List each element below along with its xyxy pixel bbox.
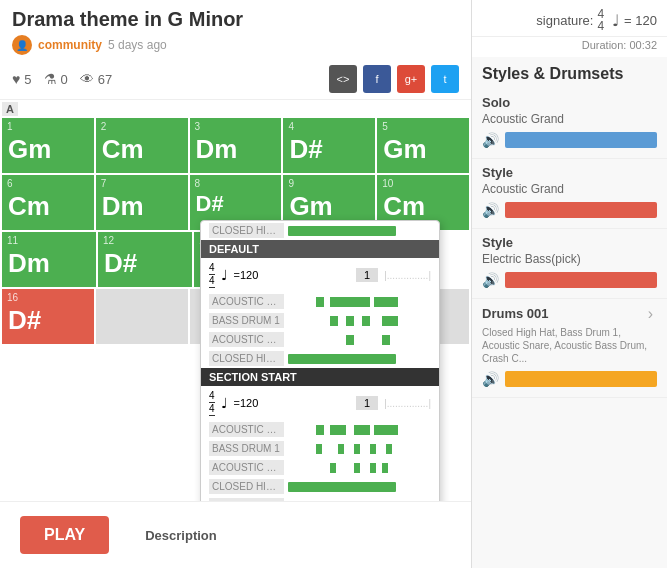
googleplus-button[interactable]: g+ [397, 65, 425, 93]
style1-section: Style Acoustic Grand 🔊 [472, 159, 667, 229]
style1-volume-row: 🔊 [482, 202, 657, 218]
svg-rect-34 [382, 463, 388, 473]
bpm-value: = 120 [624, 13, 657, 28]
header: Drama theme in G Minor 👤 community 5 day… [0, 0, 471, 59]
popup-top-track: CLOSED HIG... [201, 221, 439, 240]
svg-rect-25 [390, 425, 398, 435]
section-tempo-row: 4 4 ♩ =120 1 |...............| [201, 386, 439, 420]
default-track-4-name: CLOSED HIG... [209, 351, 284, 366]
svg-rect-10 [330, 316, 338, 326]
svg-rect-26 [316, 444, 322, 454]
section-track-3: ACOUSTIC S... [201, 458, 439, 477]
svg-rect-14 [390, 316, 398, 326]
chevron-right-icon[interactable]: › [648, 305, 653, 323]
action-icons: <> f g+ t [329, 65, 459, 93]
twitter-button[interactable]: t [431, 65, 459, 93]
svg-rect-29 [370, 444, 376, 454]
volume-icon-style1: 🔊 [482, 202, 499, 218]
chord-cell-11[interactable]: 11 Dm [2, 232, 96, 287]
svg-rect-4 [346, 297, 354, 307]
chord-cell-16[interactable]: 16 D# [2, 289, 94, 344]
style2-volume-bar[interactable] [505, 272, 657, 288]
chord-cell-4[interactable]: 4 D# [283, 118, 375, 173]
svg-rect-5 [354, 297, 362, 307]
page-title: Drama theme in G Minor [12, 8, 459, 31]
svg-rect-33 [370, 463, 376, 473]
row-label-a: A [2, 102, 18, 116]
likes-count: 5 [24, 72, 31, 87]
svg-rect-32 [354, 463, 360, 473]
solo-volume-bar[interactable] [505, 132, 657, 148]
popup-overlay: CLOSED HIG... DEFAULT 4 4 ♩ =120 [200, 220, 440, 501]
popup-section-header: SECTION START [201, 368, 439, 386]
svg-rect-15 [346, 335, 354, 345]
svg-rect-31 [330, 463, 336, 473]
style1-volume-bar[interactable] [505, 202, 657, 218]
meta-row: 👤 community 5 days ago [12, 35, 459, 55]
style2-volume-row: 🔊 [482, 272, 657, 288]
facebook-button[interactable]: f [363, 65, 391, 93]
right-panel: signature: 4 4 ♩ = 120 Duration: 00:32 S… [472, 0, 667, 568]
svg-rect-16 [382, 335, 390, 345]
avatar: 👤 [12, 35, 32, 55]
solo-volume-row: 🔊 [482, 132, 657, 148]
default-track-1-name: ACOUSTIC BA... [209, 294, 284, 309]
note-icon: ♩ [612, 11, 620, 30]
time-label: 5 days ago [108, 38, 167, 52]
solo-name: Acoustic Grand [482, 112, 657, 126]
solo-type: Solo [482, 95, 657, 110]
default-track-3-bars [288, 335, 431, 345]
drums-section: Drums 001 › Closed High Hat, Bass Drum 1… [472, 299, 667, 398]
svg-rect-28 [354, 444, 360, 454]
default-track-4: CLOSED HIG... [201, 349, 439, 368]
default-track-1-bars [288, 297, 431, 307]
lab-stat[interactable]: ⚗ 0 [44, 71, 68, 87]
style2-name: Electric Bass(pick) [482, 252, 657, 266]
svg-rect-19 [330, 425, 338, 435]
svg-rect-17 [288, 354, 396, 364]
heart-icon: ♥ [12, 71, 20, 87]
section-track-4: CLOSED HIG... [201, 477, 439, 496]
svg-rect-0 [288, 226, 396, 236]
default-track-4-bars [288, 354, 431, 364]
code-button[interactable]: <> [329, 65, 357, 93]
chord-grid-area: A 1 Gm 2 Cm 3 Dm [0, 100, 471, 501]
volume-icon-drums: 🔊 [482, 371, 499, 387]
section-track-5: CRASH CYMB... [201, 496, 439, 501]
style2-section: Style Electric Bass(pick) 🔊 [472, 229, 667, 299]
section-track-2: BASS DRUM 1 [201, 439, 439, 458]
signature-label: signature: [536, 13, 593, 28]
chord-cell-12[interactable]: 12 D# [98, 232, 192, 287]
chord-cell-6[interactable]: 6 Cm [2, 175, 94, 230]
duration-area: Duration: 00:32 [472, 37, 667, 57]
community-label[interactable]: community [38, 38, 102, 52]
drums-desc: Closed High Hat, Bass Drum 1, Acoustic S… [482, 326, 657, 365]
lab-count: 0 [61, 72, 68, 87]
volume-icon-solo: 🔊 [482, 132, 499, 148]
chord-cell-5[interactable]: 5 Gm [377, 118, 469, 173]
default-track-2-name: BASS DRUM 1 [209, 313, 284, 328]
default-tempo-row: 4 4 ♩ =120 1 |...............| [201, 258, 439, 292]
description-label: Description [133, 524, 229, 547]
default-track-2-bars [288, 316, 431, 326]
svg-rect-8 [382, 297, 390, 307]
panel-title: Styles & Drumsets [472, 57, 667, 89]
svg-rect-12 [362, 316, 370, 326]
time-signature: 4 4 [597, 8, 604, 32]
default-track-1: ACOUSTIC BA... [201, 292, 439, 311]
play-button[interactable]: PLAY [20, 516, 109, 554]
likes-stat[interactable]: ♥ 5 [12, 71, 32, 87]
chord-cell-3[interactable]: 3 Dm [190, 118, 282, 173]
style2-type: Style [482, 235, 657, 250]
svg-rect-13 [382, 316, 390, 326]
chord-cell-2[interactable]: 2 Cm [96, 118, 188, 173]
default-track-2: BASS DRUM 1 [201, 311, 439, 330]
drums-volume-bar[interactable] [505, 371, 657, 387]
svg-rect-21 [354, 425, 362, 435]
chord-cell-1[interactable]: 1 Gm [2, 118, 94, 173]
volume-icon-style2: 🔊 [482, 272, 499, 288]
svg-rect-2 [330, 297, 338, 307]
chord-cell-7[interactable]: 7 Dm [96, 175, 188, 230]
drums-volume-row: 🔊 [482, 371, 657, 387]
svg-rect-23 [374, 425, 382, 435]
